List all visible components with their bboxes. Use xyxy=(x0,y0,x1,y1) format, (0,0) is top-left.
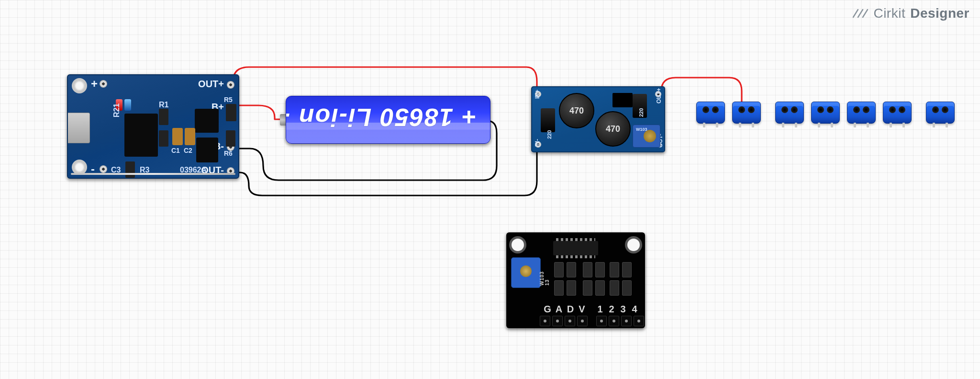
capacitor-icon xyxy=(172,128,183,145)
ref-c1: C1 xyxy=(171,147,180,154)
smd-icon xyxy=(622,262,632,277)
silk-out-plus: OUT+ xyxy=(198,79,224,89)
led-blue-icon xyxy=(124,99,131,111)
ic-chip-icon xyxy=(553,241,598,255)
mosfet-icon xyxy=(195,109,219,133)
screw-terminal-7[interactable] xyxy=(926,102,955,124)
pad-out-minus xyxy=(227,167,234,175)
ref-r3: R3 xyxy=(140,166,149,174)
sensor-module[interactable]: W103 13 G A D V 1 2 3 xyxy=(506,232,645,328)
capacitor-icon xyxy=(541,108,555,132)
boost-converter[interactable]: IN+ IN- OUT+ OUT- 220 220 470 470 W103 xyxy=(531,86,665,152)
mount-hole-icon xyxy=(509,236,526,253)
resistor-icon xyxy=(125,161,135,178)
pin-labels: G A D V 1 2 3 4 xyxy=(542,304,640,315)
smd-icon xyxy=(610,262,619,277)
pot-label: W103 13 xyxy=(539,271,550,286)
silk-in-plus: IN+ xyxy=(534,90,541,99)
brand-name-2: Designer xyxy=(910,6,969,21)
screw-terminal-4[interactable] xyxy=(811,102,840,124)
smd-icon xyxy=(583,280,592,296)
smd-icon xyxy=(622,280,632,296)
charger-ic-icon xyxy=(124,114,158,157)
ref-r5: R5 xyxy=(224,96,233,103)
inductor-icon: 470 xyxy=(595,111,631,147)
cirkit-logo-icon xyxy=(852,7,869,20)
brand-watermark: Cirkit Designer xyxy=(852,6,969,21)
trimpot-icon: W103 xyxy=(633,125,660,148)
trimpot-icon: W103 13 xyxy=(511,257,541,288)
pad-out-plus xyxy=(227,81,234,89)
pot-label: W103 xyxy=(636,127,647,132)
smd-icon xyxy=(554,262,564,277)
screw-terminal-6[interactable] xyxy=(883,102,912,124)
screw-terminal-3[interactable] xyxy=(775,102,804,124)
battery-label: + 18650 Li-ion - xyxy=(305,100,477,135)
silk-out-plus: OUT+ xyxy=(656,88,662,103)
ref-chipid: 03962A xyxy=(180,166,207,174)
cap-label-1: 220 xyxy=(546,130,552,139)
wires-layer xyxy=(0,0,980,379)
cap-label-2: 220 xyxy=(638,108,644,117)
silk-in-minus: IN- xyxy=(534,139,541,147)
battery-18650[interactable]: + 18650 Li-ion - xyxy=(280,96,490,144)
resistor-icon xyxy=(226,104,236,121)
ref-r1: R1 xyxy=(159,101,168,109)
micro-usb-icon xyxy=(67,113,90,143)
smd-icon xyxy=(567,262,576,277)
pin-header-icon xyxy=(540,316,644,326)
resistor-icon xyxy=(226,130,235,147)
protection-ic-icon xyxy=(196,138,218,162)
inductor-icon: 470 xyxy=(559,93,594,128)
screw-terminal-1[interactable] xyxy=(696,102,725,124)
mount-hole-icon xyxy=(625,236,642,253)
smd-icon xyxy=(567,280,576,296)
screw-terminal-2[interactable] xyxy=(732,102,761,124)
smd-icon xyxy=(554,280,564,296)
ref-c3: C3 xyxy=(111,166,121,174)
diode-icon xyxy=(612,93,633,107)
resistor-icon xyxy=(159,109,168,125)
ref-r6: R6 xyxy=(224,150,233,157)
ref-r21: R21 xyxy=(113,103,121,117)
screw-terminal-5[interactable] xyxy=(847,102,876,124)
ref-c2: C2 xyxy=(184,147,192,154)
silk-plus: + xyxy=(91,78,98,90)
smd-icon xyxy=(610,280,619,296)
smd-icon xyxy=(595,262,605,277)
mount-hole-icon xyxy=(72,160,87,175)
pad-bottom-minus xyxy=(100,165,107,173)
circuit-canvas[interactable]: Cirkit Designer OUT+ B+ B- OUT- xyxy=(0,0,980,379)
pad-top-plus xyxy=(100,80,107,88)
mount-hole-icon xyxy=(72,78,87,93)
silk-minus: - xyxy=(91,163,95,175)
smd-icon xyxy=(583,262,592,277)
tp4056-charger[interactable]: OUT+ B+ B- OUT- + - R21 R1 C1 xyxy=(67,74,239,179)
brand-name-1: Cirkit xyxy=(873,6,905,21)
smd-icon xyxy=(595,280,605,296)
resistor-icon xyxy=(159,130,168,147)
capacitor-icon xyxy=(185,128,195,145)
